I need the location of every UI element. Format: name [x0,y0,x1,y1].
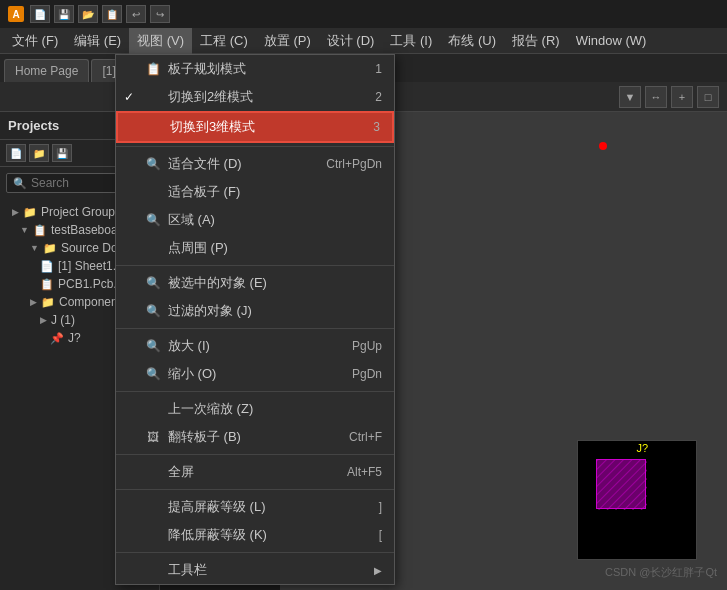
2d-shortcut: 2 [375,90,382,104]
expand-icon: ▶ [12,207,19,217]
print-btn[interactable]: 📋 [102,5,122,23]
menu-3d-mode[interactable]: 切换到3维模式 3 [116,111,394,143]
filter-btn[interactable]: ▼ [619,86,641,108]
new-btn[interactable]: 📄 [30,5,50,23]
zoom-out-label: 缩小 (O) [168,365,346,383]
menu-project[interactable]: 工程 (C) [192,28,256,54]
check-2d-icon: ✓ [124,90,138,104]
menu-place[interactable]: 放置 (P) [256,28,319,54]
sidebar-save-btn[interactable]: 💾 [52,144,72,162]
open-btn[interactable]: 💾 [54,5,74,23]
redo-btn[interactable]: ↪ [150,5,170,23]
2d-label: 切换到2维模式 [168,88,369,106]
filtered-icon: 🔍 [144,304,162,318]
tab-home-label: Home Page [15,64,78,78]
pcb-component [596,459,646,509]
board-planning-icon: 📋 [144,62,162,76]
menu-selected-objects[interactable]: 🔍 被选中的对象 (E) [116,269,394,297]
zoom-out-shortcut: PgDn [352,367,382,381]
tree-item-label: J (1) [51,313,75,327]
menu-design[interactable]: 设计 (D) [319,28,383,54]
title-bar-tools: 📄 💾 📂 📋 ↩ ↪ [30,5,170,23]
menu-fit-doc[interactable]: 🔍 适合文件 (D) Ctrl+PgDn [116,150,394,178]
menu-edit[interactable]: 编辑 (E) [66,28,129,54]
menu-window[interactable]: Window (W) [568,28,655,54]
menu-fit-board[interactable]: 适合板子 (F) [116,178,394,206]
menu-prev-zoom[interactable]: 上一次缩放 (Z) [116,395,394,423]
undo-btn[interactable]: ↩ [126,5,146,23]
menu-zoom-out[interactable]: 🔍 缩小 (O) PgDn [116,360,394,388]
expand-icon: ▼ [30,243,39,253]
group-icon: 📁 [23,206,37,219]
increase-mask-label: 提高屏蔽等级 (L) [168,498,373,516]
swap-btn[interactable]: ↔ [645,86,667,108]
comp-folder-icon: 📁 [41,296,55,309]
menu-view[interactable]: 视图 (V) [129,28,192,54]
region-label: 区域 (A) [168,211,376,229]
zoom-out-icon: 🔍 [144,367,162,381]
menu-zoom-in[interactable]: 🔍 放大 (I) PgUp [116,332,394,360]
submenu-arrow-icon: ▶ [374,565,382,576]
separator-5 [116,454,394,455]
folder-icon: 📁 [43,242,57,255]
separator-1 [116,146,394,147]
schematic-icon: 📄 [40,260,54,273]
menu-around-point[interactable]: 点周围 (P) [116,234,394,262]
search-input[interactable] [31,176,121,190]
sidebar-open-btn[interactable]: 📁 [29,144,49,162]
menu-filtered-objects[interactable]: 🔍 过滤的对象 (J) [116,297,394,325]
menu-fullscreen[interactable]: 全屏 Alt+F5 [116,458,394,486]
sidebar-new-btn[interactable]: 📄 [6,144,26,162]
flip-icon: 🖼 [144,430,162,444]
pcb-component-label: J? [636,442,648,454]
tree-item-label: [1] Sheet1... [58,259,123,273]
expand-icon: ▶ [30,297,37,307]
menu-file[interactable]: 文件 (F) [4,28,66,54]
menu-board-planning[interactable]: 📋 板子规划模式 1 [116,55,394,83]
menu-toolbars[interactable]: 工具栏 ▶ [116,556,394,584]
search-icon: 🔍 [13,177,27,190]
menu-report[interactable]: 报告 (R) [504,28,568,54]
app-icon: A [8,6,24,22]
pcb-board: J? [577,440,697,560]
menu-region[interactable]: 🔍 区域 (A) [116,206,394,234]
view-btn[interactable]: □ [697,86,719,108]
menu-flip-board[interactable]: 🖼 翻转板子 (B) Ctrl+F [116,423,394,451]
pcb-icon: 📋 [40,278,54,291]
toolbars-label: 工具栏 [168,561,368,579]
zoom-in-icon: 🔍 [144,339,162,353]
selected-icon: 🔍 [144,276,162,290]
decrease-mask-label: 降低屏蔽等级 (K) [168,526,373,544]
separator-4 [116,391,394,392]
decrease-mask-shortcut: [ [379,528,382,542]
view-dropdown-menu[interactable]: 📋 板子规划模式 1 ✓ 切换到2维模式 2 切换到3维模式 3 🔍 适合文件 … [115,54,395,585]
fullscreen-label: 全屏 [168,463,341,481]
add-btn[interactable]: + [671,86,693,108]
tree-item-label: J? [68,331,81,345]
fit-doc-label: 适合文件 (D) [168,155,320,173]
prev-zoom-label: 上一次缩放 (Z) [168,400,376,418]
tab-home[interactable]: Home Page [4,59,89,82]
3d-shortcut: 3 [373,120,380,134]
separator-3 [116,328,394,329]
menu-increase-mask[interactable]: 提高屏蔽等级 (L) ] [116,493,394,521]
separator-6 [116,489,394,490]
menu-decrease-mask[interactable]: 降低屏蔽等级 (K) [ [116,521,394,549]
fullscreen-shortcut: Alt+F5 [347,465,382,479]
component-hatch-icon [597,460,647,510]
board-planning-shortcut: 1 [375,62,382,76]
menu-route[interactable]: 布线 (U) [440,28,504,54]
expand-icon: ▶ [40,315,47,325]
fit-doc-shortcut: Ctrl+PgDn [326,157,382,171]
selected-label: 被选中的对象 (E) [168,274,376,292]
component-icon: 📌 [50,332,64,345]
flip-shortcut: Ctrl+F [349,430,382,444]
fit-board-label: 适合板子 (F) [168,183,376,201]
save-btn[interactable]: 📂 [78,5,98,23]
zoom-in-label: 放大 (I) [168,337,346,355]
menu-2d-mode[interactable]: ✓ 切换到2维模式 2 [116,83,394,111]
menu-tools[interactable]: 工具 (I) [382,28,440,54]
region-icon: 🔍 [144,213,162,227]
svg-rect-1 [597,460,647,510]
expand-icon: ▼ [20,225,29,235]
